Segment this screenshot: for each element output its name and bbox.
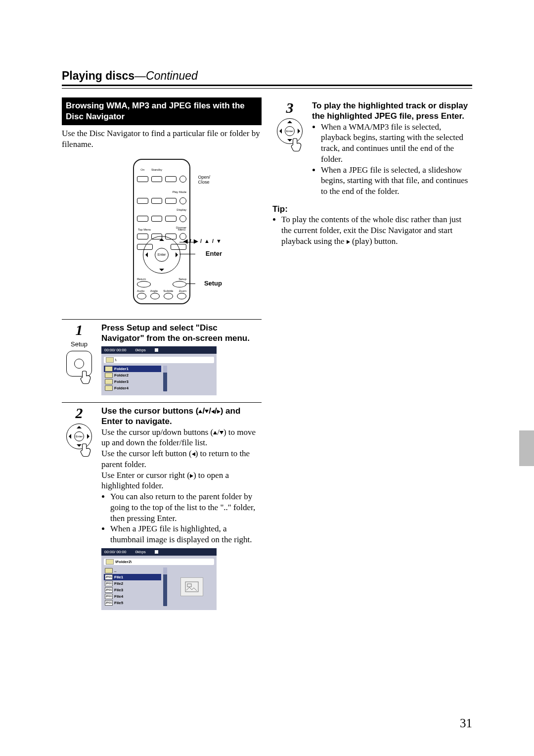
nav1-bitrate: 0kbps (135, 348, 145, 352)
step-2-para3: Use Enter or cursor right () to open a h… (101, 470, 262, 492)
list-item: JPEGFile2 (104, 580, 161, 587)
list-item: JPEGFile3 (104, 587, 161, 593)
step-2-bullet-1: You can also return to the parent folder… (110, 491, 262, 523)
list-item: JPEGFile5 (104, 600, 161, 606)
folder-icon (105, 379, 113, 384)
nav2-bitrate: 0kbps (135, 550, 145, 554)
margin-tab (519, 430, 534, 466)
step-3-number: 3 (286, 100, 294, 115)
step-3-bullet-1: When a WMA/MP3 file is selected, playbac… (321, 122, 472, 165)
remote-open-close-button (179, 176, 186, 183)
nav2-scrollbar (163, 567, 167, 606)
folder-icon (105, 385, 113, 391)
step-2-heading: Use the cursor buttons (///) and Enter t… (101, 406, 262, 427)
step-2-bullet-2: When a JPEG file is highlighted, a thumb… (110, 523, 262, 545)
list-item: JPEGFile4 (104, 593, 161, 600)
remote-label-audio: Audio (137, 289, 144, 292)
step-1-icon-label: Setup (71, 340, 88, 348)
list-item: Folder2 (104, 372, 161, 378)
remote-callout-arrows: ◀ / ▶ / ▲ / ▼ (183, 238, 222, 244)
enter-press-icon: Enter (277, 118, 303, 149)
step-2-bullets: You can also return to the parent folder… (101, 491, 262, 545)
stop-icon (155, 550, 158, 554)
nav1-list: Folder1Folder2Folder3Folder4 (104, 366, 161, 391)
step-2: 2 Enter Use the cursor buttons (///) and… (62, 402, 262, 614)
list-item: JPEGFile1 (104, 574, 161, 580)
step-2-para1: Use the cursor up/down buttons (/) to mo… (101, 427, 262, 449)
step-1-heading: Press Setup and select "Disc Navigator" … (101, 323, 262, 344)
jpeg-icon: JPEG (105, 600, 113, 606)
remote-label-menu: Menu (178, 228, 185, 231)
remote-callout-setup: Setup (204, 280, 222, 287)
nav2-path: \Folder2\ (115, 560, 132, 564)
remote-label-setup: Setup (178, 278, 186, 281)
remote-label-display: Display (177, 208, 186, 211)
nav1-path: \ (115, 358, 116, 362)
list-item-label: Folder3 (114, 379, 129, 384)
tip-item: To play the contents of the whole disc r… (281, 214, 472, 246)
tip-list: To play the contents of the whole disc r… (272, 214, 472, 246)
step-2-number: 2 (76, 406, 83, 421)
remote-enter-button: Enter (155, 248, 169, 262)
folder-icon (105, 568, 113, 573)
disc-navigator-screen-2: 00:00/ 00:00 0kbps \Folder2\ ..JPEGFile1… (101, 548, 217, 610)
list-item: .. (104, 567, 161, 574)
thumbnail-preview-icon (180, 577, 203, 596)
nav2-list: ..JPEGFile1JPEGFile2JPEGFile3JPEGFile4JP… (104, 567, 161, 606)
folder-icon (105, 373, 113, 378)
list-item: Folder4 (104, 385, 161, 391)
remote-label-angle: Angle (150, 289, 158, 292)
list-item-label: Folder4 (114, 386, 129, 390)
list-item: Folder3 (104, 378, 161, 385)
list-item-label: Folder1 (114, 367, 129, 371)
nav2-time: 00:00/ 00:00 (104, 550, 126, 554)
remote-outline: On Standby Open/ Close Play Mode (133, 159, 190, 304)
remote-navpad: Enter (143, 236, 180, 274)
setup-press-icon (66, 351, 92, 381)
play-icon (347, 240, 350, 244)
svg-rect-1 (187, 584, 191, 587)
nav1-scrollbar (163, 366, 167, 391)
remote-label-standby: Standby (151, 168, 162, 171)
jpeg-icon: JPEG (105, 594, 113, 599)
disc-navigator-screen-1: 00:00/ 00:00 0kbps \ Folder1Folder2Folde… (101, 346, 217, 395)
step-3-heading: To play the highlighted track or display… (312, 100, 472, 122)
step-3-bullet-2: When a JPEG file is selected, a slidesho… (321, 165, 472, 197)
remote-label-topmenu: Top Menu (138, 228, 151, 231)
intro-text: Use the Disc Navigator to find a particu… (62, 128, 262, 150)
step-3: 3 Enter To play the highlighted track or… (272, 100, 472, 197)
section-heading: Browsing WMA, MP3 and JPEG files with th… (62, 97, 262, 125)
list-item-label: File4 (114, 594, 123, 599)
list-item-label: File3 (114, 588, 123, 592)
remote-setup-button (173, 281, 186, 287)
step-2-para2: Use the cursor left button () to return … (101, 448, 262, 470)
list-item-label: File5 (114, 601, 123, 605)
remote-label-return: Return (137, 278, 146, 281)
jpeg-icon: JPEG (105, 587, 113, 593)
list-item: Folder1 (104, 366, 161, 372)
remote-figure: On Standby Open/ Close Play Mode (62, 159, 262, 304)
list-item-label: File1 (114, 575, 123, 579)
remote-label-on: On (140, 168, 144, 171)
remote-label-subtitle: Subtitle (163, 289, 173, 292)
navpad-press-icon: Enter (66, 424, 92, 454)
remote-label-zoom: Zoom (179, 289, 186, 292)
chapter-title: Playing discs (62, 69, 134, 82)
chapter-continued: —Continued (134, 69, 198, 82)
remote-callout-open-close: Open/ Close (198, 175, 210, 185)
tip-block: Tip: To play the contents of the whole d… (272, 204, 472, 247)
step-1-number: 1 (76, 323, 83, 337)
jpeg-icon: JPEG (105, 574, 113, 580)
list-item-label: Folder2 (114, 373, 129, 378)
list-item-label: .. (114, 568, 116, 573)
step-3-bullets: When a WMA/MP3 file is selected, playbac… (312, 122, 472, 197)
step-1: 1 Setup Press Setup and select "Disc Nav… (62, 319, 262, 400)
jpeg-icon: JPEG (105, 581, 113, 586)
nav1-time: 00:00/ 00:00 (104, 348, 126, 352)
remote-label-playmode: Play Mode (173, 190, 186, 193)
page-number: 31 (460, 716, 472, 730)
remote-callout-enter: Enter (206, 250, 222, 257)
stop-icon (155, 348, 158, 352)
chapter-heading: Playing discs—Continued (62, 69, 472, 83)
folder-icon (105, 366, 113, 372)
